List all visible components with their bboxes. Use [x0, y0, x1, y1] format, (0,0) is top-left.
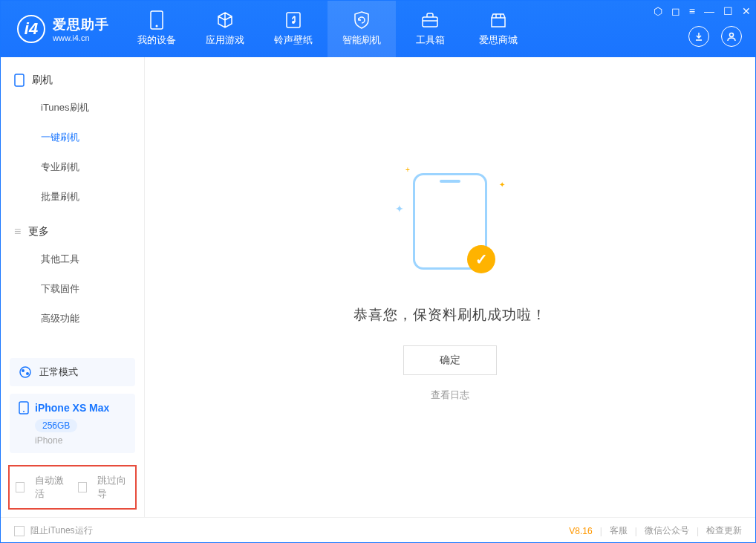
list-icon: ≡: [14, 225, 21, 238]
tab-store[interactable]: 爱思商城: [464, 1, 532, 57]
check-update-link[interactable]: 检查更新: [706, 524, 742, 537]
sidebar-item-advanced[interactable]: 高级功能: [1, 304, 144, 334]
auto-activate-checkbox[interactable]: [16, 482, 25, 492]
phone-icon: [148, 11, 166, 29]
lock-icon[interactable]: ◻: [671, 5, 680, 17]
toolbox-icon: [421, 11, 439, 29]
sidebar: 刷机 iTunes刷机 一键刷机 专业刷机 批量刷机 ≡ 更多 其他工具 下载固…: [1, 57, 145, 517]
minimize-icon[interactable]: —: [704, 5, 714, 17]
sidebar-item-download-firmware[interactable]: 下载固件: [1, 274, 144, 304]
skip-wizard-label: 跳过向导: [97, 474, 129, 501]
svg-point-5: [730, 33, 734, 37]
block-itunes-label: 阻止iTunes运行: [30, 524, 93, 537]
device-card[interactable]: iPhone XS Max 256GB iPhone: [10, 394, 135, 453]
device-capacity: 256GB: [35, 419, 77, 432]
tab-ringtones[interactable]: 铃声壁纸: [259, 1, 328, 57]
tab-flash[interactable]: 智能刷机: [328, 1, 396, 57]
close-icon[interactable]: ✕: [742, 5, 751, 17]
success-message: 恭喜您，保资料刷机成功啦！: [353, 305, 547, 325]
sidebar-group-more: ≡ 更多: [1, 219, 144, 244]
wechat-link[interactable]: 微信公众号: [645, 524, 689, 537]
svg-rect-6: [15, 74, 24, 86]
view-log-link[interactable]: 查看日志: [431, 388, 469, 402]
flash-options-highlight: 自动激活 跳过向导: [8, 465, 137, 510]
app-header: i4 爱思助手 www.i4.cn 我的设备 应用游戏 铃声壁纸 智能刷机 工具…: [1, 1, 755, 57]
mode-label: 正常模式: [39, 365, 78, 379]
tab-my-device[interactable]: 我的设备: [123, 1, 191, 57]
window-controls: ⬡ ◻ ≡ — ☐ ✕: [654, 5, 751, 17]
mode-card[interactable]: 正常模式: [10, 358, 135, 386]
download-icon[interactable]: [688, 26, 709, 47]
tab-toolbox[interactable]: 工具箱: [396, 1, 464, 57]
svg-point-11: [23, 411, 25, 412]
checkmark-badge-icon: ✓: [467, 245, 495, 273]
app-name: 爱思助手: [53, 16, 109, 33]
tab-label: 应用游戏: [206, 33, 244, 47]
tab-label: 我的设备: [137, 33, 176, 47]
refresh-shield-icon: [353, 11, 371, 29]
auto-activate-label: 自动激活: [35, 474, 67, 501]
mode-icon: [19, 365, 32, 379]
header-actions: [688, 26, 742, 47]
ok-button[interactable]: 确定: [403, 345, 497, 375]
nav-tabs: 我的设备 应用游戏 铃声壁纸 智能刷机 工具箱 爱思商城: [123, 1, 532, 57]
sparkle-icon: ✦: [395, 203, 404, 215]
shirt-icon[interactable]: ⬡: [654, 5, 662, 17]
store-icon: [489, 11, 507, 29]
sparkle-icon: +: [405, 166, 410, 174]
user-icon[interactable]: [721, 26, 742, 47]
svg-point-9: [26, 372, 29, 375]
sparkle-icon: ✦: [499, 181, 505, 189]
cube-icon: [216, 11, 234, 29]
logo-icon: i4: [17, 15, 45, 43]
svg-point-3: [292, 21, 295, 24]
svg-point-8: [22, 369, 25, 372]
block-itunes-checkbox[interactable]: [14, 526, 25, 536]
svg-rect-4: [423, 17, 437, 27]
svg-rect-2: [287, 13, 300, 27]
sidebar-item-itunes-flash[interactable]: iTunes刷机: [1, 93, 144, 123]
skip-wizard-checkbox[interactable]: [78, 482, 87, 492]
tab-label: 铃声壁纸: [274, 33, 313, 47]
device-icon: [19, 401, 29, 414]
phone-illustration-icon: ✓: [413, 173, 487, 270]
svg-point-1: [156, 25, 158, 27]
footer: 阻止iTunes运行 V8.16 | 客服 | 微信公众号 | 检查更新: [1, 517, 755, 543]
music-icon: [284, 11, 302, 29]
maximize-icon[interactable]: ☐: [723, 5, 733, 17]
success-illustration: ✓ ✦ ✦ +: [413, 173, 487, 270]
tab-label: 工具箱: [416, 33, 445, 47]
svg-point-7: [20, 367, 30, 377]
tab-label: 智能刷机: [342, 33, 381, 47]
sidebar-item-pro-flash[interactable]: 专业刷机: [1, 152, 144, 182]
device-type: iPhone: [35, 435, 126, 446]
sidebar-item-other-tools[interactable]: 其他工具: [1, 244, 144, 274]
logo-area: i4 爱思助手 www.i4.cn: [1, 1, 123, 57]
group-title: 刷机: [32, 74, 53, 87]
support-link[interactable]: 客服: [610, 524, 628, 537]
main-content: ✓ ✦ ✦ + 恭喜您，保资料刷机成功啦！ 确定 查看日志: [145, 57, 755, 517]
app-url: www.i4.cn: [53, 33, 109, 42]
sidebar-item-batch-flash[interactable]: 批量刷机: [1, 182, 144, 212]
device-name: iPhone XS Max: [35, 402, 109, 414]
tab-label: 爱思商城: [479, 33, 518, 47]
group-title: 更多: [28, 225, 49, 238]
phone-outline-icon: [14, 74, 25, 87]
tab-apps[interactable]: 应用游戏: [191, 1, 259, 57]
version-label: V8.16: [569, 526, 592, 536]
menu-icon[interactable]: ≡: [689, 5, 695, 17]
sidebar-group-flash: 刷机: [1, 68, 144, 93]
sidebar-item-one-click-flash[interactable]: 一键刷机: [1, 123, 144, 152]
